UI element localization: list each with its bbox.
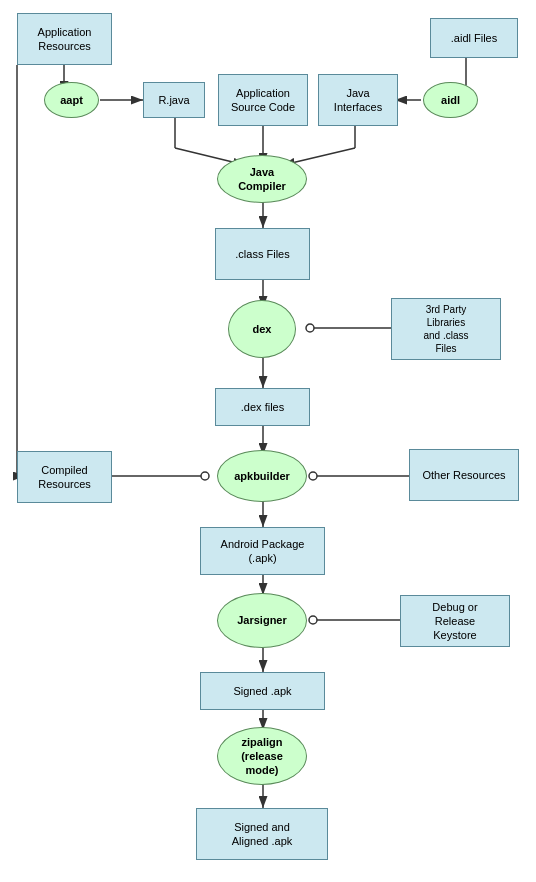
aapt-label: aapt [60, 93, 83, 107]
class-files-label: .class Files [235, 247, 289, 261]
third-party-box: 3rd Party Libraries and .class Files [391, 298, 501, 360]
signed-apk-label: Signed .apk [233, 684, 291, 698]
java-interfaces-label: Java Interfaces [334, 86, 382, 115]
r-java-label: R.java [158, 93, 189, 107]
android-package-box: Android Package (.apk) [200, 527, 325, 575]
java-compiler-oval: Java Compiler [217, 155, 307, 203]
jarsigner-oval: Jarsigner [217, 593, 307, 648]
apkbuilder-label: apkbuilder [234, 469, 290, 483]
dex-label: dex [253, 322, 272, 336]
java-compiler-label: Java Compiler [238, 165, 286, 194]
third-party-label: 3rd Party Libraries and .class Files [423, 303, 468, 355]
signed-aligned-box: Signed and Aligned .apk [196, 808, 328, 860]
apkbuilder-oval: apkbuilder [217, 450, 307, 502]
signed-aligned-label: Signed and Aligned .apk [232, 820, 293, 849]
zipalign-label: zipalign (release mode) [241, 735, 283, 778]
application-source-code-label: Application Source Code [231, 86, 295, 115]
dex-files-box: .dex files [215, 388, 310, 426]
aidl-oval: aidl [423, 82, 478, 118]
debug-release-box: Debug or Release Keystore [400, 595, 510, 647]
zipalign-oval: zipalign (release mode) [217, 727, 307, 785]
diagram: Application Resources .aidl Files aapt R… [0, 0, 536, 882]
r-java-box: R.java [143, 82, 205, 118]
compiled-resources-label: Compiled Resources [38, 463, 91, 492]
dex-oval: dex [228, 300, 296, 358]
application-source-code-box: Application Source Code [218, 74, 308, 126]
other-resources-box: Other Resources [409, 449, 519, 501]
svg-point-25 [309, 616, 317, 624]
aidl-files-label: .aidl Files [451, 31, 497, 45]
android-package-label: Android Package (.apk) [221, 537, 305, 566]
aapt-oval: aapt [44, 82, 99, 118]
aidl-files-box: .aidl Files [430, 18, 518, 58]
application-resources-box: Application Resources [17, 13, 112, 65]
dex-files-label: .dex files [241, 400, 284, 414]
application-resources-label: Application Resources [38, 25, 92, 54]
class-files-box: .class Files [215, 228, 310, 280]
svg-point-15 [306, 324, 314, 332]
other-resources-label: Other Resources [422, 468, 505, 482]
svg-point-21 [309, 472, 317, 480]
java-interfaces-box: Java Interfaces [318, 74, 398, 126]
compiled-resources-box: Compiled Resources [17, 451, 112, 503]
svg-point-18 [201, 472, 209, 480]
jarsigner-label: Jarsigner [237, 613, 287, 627]
signed-apk-box: Signed .apk [200, 672, 325, 710]
debug-release-label: Debug or Release Keystore [432, 600, 477, 643]
aidl-label: aidl [441, 93, 460, 107]
